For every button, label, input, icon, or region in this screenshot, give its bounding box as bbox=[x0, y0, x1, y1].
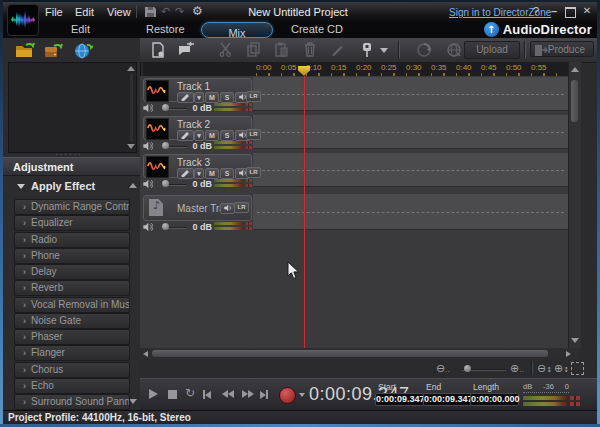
lr-swap-button[interactable]: LR bbox=[246, 167, 261, 178]
mute-button[interactable]: M bbox=[205, 92, 219, 103]
convert-icon[interactable] bbox=[416, 42, 433, 58]
track-header[interactable]: Track 3 ▾ M S bbox=[143, 154, 252, 178]
new-adjustment-icon[interactable] bbox=[150, 42, 167, 58]
draw-pencil-icon[interactable] bbox=[330, 42, 347, 58]
master-track-lane[interactable] bbox=[253, 194, 568, 230]
import-audio-folder-icon[interactable] bbox=[15, 42, 35, 59]
track-lane[interactable] bbox=[253, 77, 568, 111]
effect-item[interactable]: ›Reverb bbox=[14, 280, 130, 296]
start-field[interactable]: 0:00:09.347 bbox=[375, 393, 424, 406]
scroll-down-icon[interactable] bbox=[571, 338, 579, 343]
end-field[interactable]: 0:00:09.347 bbox=[423, 393, 472, 406]
volume-knob[interactable] bbox=[162, 223, 169, 230]
close-button[interactable]: ✕ bbox=[582, 5, 592, 16]
menu-edit[interactable]: Edit bbox=[75, 6, 94, 18]
lr-swap-button[interactable]: LR bbox=[246, 129, 261, 140]
record-arm-button[interactable] bbox=[177, 92, 194, 103]
fit-timeline-button[interactable] bbox=[571, 362, 584, 375]
scroll-left-icon[interactable] bbox=[143, 351, 148, 357]
media-library-list[interactable] bbox=[8, 62, 137, 153]
mute-button[interactable]: M bbox=[205, 168, 219, 179]
save-icon[interactable] bbox=[144, 6, 157, 18]
track-header[interactable]: Track 1 ▾ M S bbox=[143, 78, 252, 102]
effect-item[interactable]: ›Equalizer bbox=[14, 215, 130, 231]
import-from-disc-icon[interactable] bbox=[43, 42, 63, 59]
zoom-in-vertical-icon[interactable]: ⊕↕ bbox=[554, 362, 569, 375]
paste-icon[interactable] bbox=[274, 42, 291, 58]
record-arm-dropdown[interactable]: ▾ bbox=[194, 92, 204, 103]
length-field[interactable]: 0:00:00.000 bbox=[470, 393, 519, 406]
effect-item[interactable]: ›Noise Gate bbox=[14, 313, 130, 329]
volume-knob[interactable] bbox=[162, 104, 169, 111]
zoom-slider-knob[interactable] bbox=[464, 365, 471, 372]
record-arm-dropdown[interactable]: ▾ bbox=[194, 130, 204, 141]
monitor-speaker-icon[interactable] bbox=[220, 203, 235, 214]
record-dropdown-icon[interactable] bbox=[299, 393, 305, 397]
effects-scroll-up-icon[interactable] bbox=[129, 183, 137, 188]
effects-scroll-down-icon[interactable] bbox=[129, 399, 137, 404]
fast-forward-button[interactable] bbox=[242, 390, 254, 398]
track-header[interactable]: Track 2 ▾ M S bbox=[143, 116, 252, 140]
effect-item[interactable]: ›Phaser bbox=[14, 329, 130, 345]
settings-gear-icon[interactable]: ⚙ bbox=[192, 4, 203, 18]
lr-swap-button[interactable]: LR bbox=[246, 91, 261, 102]
effect-item[interactable]: ›Phone bbox=[14, 248, 130, 264]
import-media-icon[interactable] bbox=[178, 42, 195, 58]
menu-view[interactable]: View bbox=[107, 6, 131, 18]
vertical-scroll-thumb[interactable] bbox=[571, 80, 578, 122]
redo-icon[interactable]: ↷ bbox=[175, 5, 184, 18]
record-arm-dropdown[interactable]: ▾ bbox=[194, 168, 204, 179]
library-scroll-up-icon[interactable] bbox=[127, 66, 135, 71]
solo-button[interactable]: S bbox=[220, 92, 234, 103]
marker-icon[interactable] bbox=[360, 42, 377, 58]
undo-icon[interactable]: ↶ bbox=[161, 5, 170, 18]
marker-dropdown-icon[interactable] bbox=[380, 48, 388, 53]
scroll-right-icon[interactable] bbox=[566, 351, 571, 357]
copy-icon[interactable] bbox=[246, 42, 263, 58]
apply-effect-group[interactable]: Apply Effect bbox=[3, 178, 140, 194]
volume-knob[interactable] bbox=[162, 180, 169, 187]
mute-button[interactable]: M bbox=[205, 130, 219, 141]
previous-button[interactable] bbox=[203, 390, 211, 399]
cut-icon[interactable] bbox=[218, 42, 235, 58]
horizontal-scrollbar[interactable] bbox=[140, 348, 580, 359]
volume-knob[interactable] bbox=[162, 142, 169, 149]
solo-button[interactable]: S bbox=[220, 168, 234, 179]
menu-file[interactable]: File bbox=[45, 6, 63, 18]
effect-item[interactable]: ›Vocal Removal in Music bbox=[14, 297, 130, 313]
zoom-in-horizontal-icon[interactable]: ⊕‥ bbox=[510, 362, 524, 375]
effect-item[interactable]: ›Chorus bbox=[14, 362, 130, 378]
maximize-button[interactable] bbox=[565, 7, 576, 18]
vertical-scrollbar[interactable] bbox=[568, 62, 581, 348]
effect-item[interactable]: ›Echo bbox=[14, 378, 130, 394]
tab-restore[interactable]: Restore bbox=[146, 23, 185, 35]
effect-item[interactable]: ›Radio bbox=[14, 232, 130, 248]
tab-mix-active[interactable]: Mix bbox=[201, 22, 273, 38]
effect-item[interactable]: ›Dynamic Range Control bbox=[14, 199, 130, 215]
rewind-button[interactable] bbox=[222, 390, 234, 398]
help-button[interactable]: ? bbox=[531, 5, 541, 17]
zoom-out-vertical-icon[interactable]: ⊖↕ bbox=[537, 362, 552, 375]
lr-swap-button[interactable]: LR bbox=[234, 202, 249, 213]
record-arm-button[interactable] bbox=[177, 168, 194, 179]
library-scroll-down-icon[interactable] bbox=[127, 144, 135, 149]
zoom-out-horizontal-icon[interactable]: ⊖‥ bbox=[436, 362, 450, 375]
loop-button[interactable]: ↻ bbox=[185, 386, 195, 400]
download-from-web-icon[interactable] bbox=[73, 42, 93, 59]
minimize-button[interactable]: – bbox=[549, 5, 559, 17]
effect-item[interactable]: ›Flanger bbox=[14, 345, 130, 361]
delete-icon[interactable] bbox=[303, 42, 320, 58]
tab-edit[interactable]: Edit bbox=[71, 23, 90, 35]
effect-item[interactable]: ›Surround Sound Panner bbox=[14, 394, 130, 410]
track-lane[interactable] bbox=[253, 153, 568, 187]
record-arm-button[interactable] bbox=[177, 130, 194, 141]
next-button[interactable] bbox=[260, 390, 268, 399]
play-button[interactable] bbox=[149, 389, 158, 399]
library-scrollbar[interactable] bbox=[130, 74, 133, 141]
record-button[interactable] bbox=[279, 387, 296, 404]
stop-button[interactable] bbox=[168, 390, 177, 399]
tab-create-cd[interactable]: Create CD bbox=[291, 23, 343, 35]
effect-item[interactable]: ›Delay bbox=[14, 264, 130, 280]
solo-button[interactable]: S bbox=[220, 130, 234, 141]
upload-button[interactable]: Upload bbox=[464, 41, 520, 59]
